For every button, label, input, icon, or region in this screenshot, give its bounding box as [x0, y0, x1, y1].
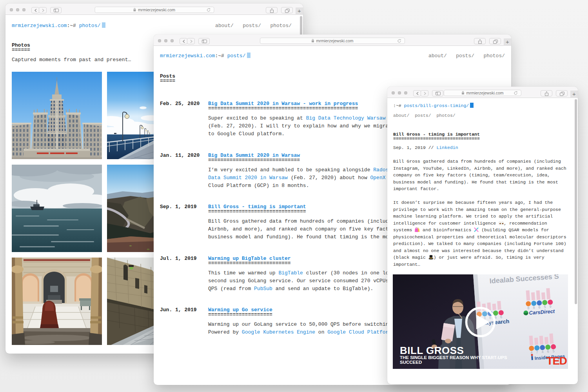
svg-text:6: 6 [547, 349, 549, 353]
svg-text:BILL GROSS: BILL GROSS [400, 345, 464, 356]
svg-text:6: 6 [538, 305, 541, 309]
svg-text:5: 5 [552, 349, 555, 353]
svg-text:8: 8 [527, 306, 530, 310]
svg-text:7: 7 [536, 350, 538, 354]
svg-text:THE SINGLE BIGGEST REASON WHY: THE SINGLE BIGGEST REASON WHY START-UPS [400, 355, 507, 360]
svg-text:TED: TED [546, 355, 567, 367]
svg-text:8: 8 [533, 306, 535, 310]
svg-text:6: 6 [500, 315, 503, 319]
svg-text:9: 9 [549, 305, 552, 309]
svg-text:4: 4 [541, 350, 544, 354]
svg-text:SUCCEED: SUCCEED [400, 360, 422, 365]
svg-text:4: 4 [530, 350, 533, 354]
svg-text:5: 5 [544, 305, 546, 309]
